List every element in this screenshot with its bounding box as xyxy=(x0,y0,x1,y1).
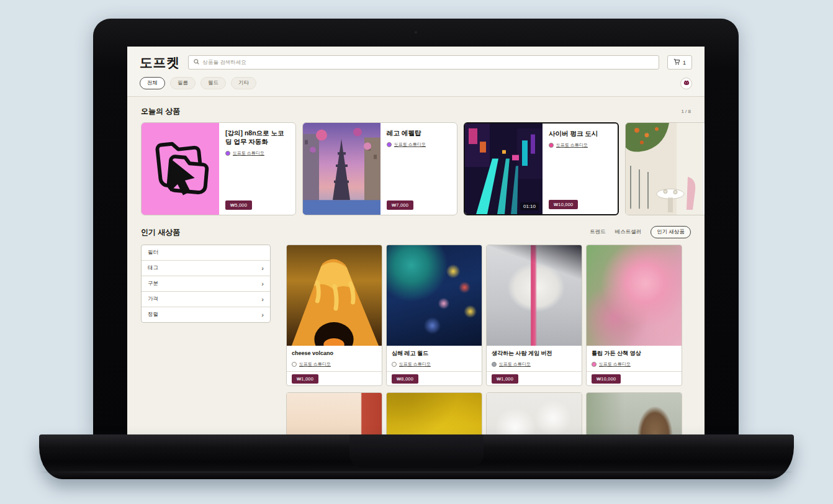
chevron-right-icon xyxy=(261,296,264,303)
cyberpunk-city-render: 01:10 xyxy=(465,124,543,214)
price-badge: ₩5,000 xyxy=(225,200,252,210)
studio-link[interactable]: 도프토 스튜디오 xyxy=(299,361,331,367)
search-icon xyxy=(194,59,199,66)
today-card-n8n-course[interactable]: [강의] n8n으로 노코딩 업무 자동화 도프토 스튜디오 ₩5,000 xyxy=(141,122,296,215)
studio-dot xyxy=(392,362,397,367)
bokeh-photo xyxy=(487,393,582,436)
marketplace-page: 도프켓 상품을 검색하세요 1 xyxy=(127,47,705,436)
studio-link[interactable]: 도프토 스튜디오 xyxy=(499,361,531,367)
webcam-dot xyxy=(415,31,417,34)
user-avatar[interactable] xyxy=(680,78,692,89)
chevron-right-icon xyxy=(261,281,264,287)
chip-all[interactable]: 전체 xyxy=(140,77,165,89)
site-header: 도프켓 상품을 검색하세요 1 xyxy=(127,47,705,97)
popular-section: 인기 새상품 트렌드 베스트셀러 인기 새상품 필터 xyxy=(141,226,691,436)
product-card-partial-3[interactable] xyxy=(486,392,582,436)
product-title: 심해 레고 월드 xyxy=(392,350,477,357)
cheese-volcano-photo xyxy=(287,245,382,346)
product-title: 레고 에펠탑 xyxy=(387,128,451,137)
today-card-lego-eiffel[interactable]: 레고 에펠탑 도프토 스튜디오 ₩7,000 xyxy=(302,122,457,215)
filter-row-type[interactable]: 구분 xyxy=(142,276,270,291)
lemon-photo xyxy=(387,393,482,436)
search-input[interactable]: 상품을 검색하세요 xyxy=(188,55,660,70)
price-badge: ₩8,000 xyxy=(392,374,418,384)
product-card-thinker[interactable]: 생각하는 사람 게임 버전 도프토 스튜디오 ₩1,000 xyxy=(486,245,582,386)
product-title: 사이버 펑크 도시 xyxy=(549,129,612,138)
filter-panel: 필터 태그 구분 xyxy=(141,245,271,323)
popular-tabs: 트렌드 베스트셀러 인기 새상품 xyxy=(590,226,691,238)
laptop-thumb-notch xyxy=(349,434,484,468)
product-title: [강의] n8n으로 노코딩 업무 자동화 xyxy=(225,128,290,146)
laptop-base xyxy=(39,434,794,479)
today-card-cyberpunk-city[interactable]: 01:10 사이버 펑크 도시 도프토 스튜디오 ₩10,000 xyxy=(464,122,619,215)
cart-button[interactable]: 1 xyxy=(667,55,692,70)
chip-world[interactable]: 월드 xyxy=(200,77,226,89)
pink-folder-cursor-graphic xyxy=(142,123,219,215)
filter-row-sort[interactable]: 정렬 xyxy=(142,307,270,322)
filter-header: 필터 xyxy=(142,245,270,260)
today-section-title: 오늘의 상품 xyxy=(141,106,180,117)
product-card-partial-1[interactable] xyxy=(286,392,382,436)
laptop-lid: 도프켓 상품을 검색하세요 1 xyxy=(93,19,739,436)
studio-dot xyxy=(225,151,230,156)
studio-link[interactable]: 도프토 스튜디오 xyxy=(556,142,588,148)
price-badge: ₩10,000 xyxy=(549,200,578,209)
today-carousel: [강의] n8n으로 노코딩 업무 자동화 도프토 스튜디오 ₩5,000 xyxy=(141,122,705,215)
carousel-pagination: 1 / 8 xyxy=(681,109,691,114)
price-badge: ₩1,000 xyxy=(292,374,318,384)
brand-logo[interactable]: 도프켓 xyxy=(140,54,180,71)
studio-dot xyxy=(549,143,554,148)
lego-eiffel-tower-illustration xyxy=(303,123,380,215)
thinker-statue-photo xyxy=(487,245,582,346)
price-badge: ₩7,000 xyxy=(387,200,413,210)
product-title: cheese volcano xyxy=(292,350,377,357)
today-card-terrace-partial[interactable] xyxy=(625,122,705,215)
chevron-right-icon xyxy=(261,265,264,272)
laptop-base-lip xyxy=(39,471,794,473)
studio-link[interactable]: 도프토 스튜디오 xyxy=(399,361,431,367)
studio-dot xyxy=(592,362,597,367)
terrace-garden-photo xyxy=(626,123,703,215)
tab-bestseller[interactable]: 베스트셀러 xyxy=(615,228,642,236)
studio-link[interactable]: 도프토 스튜디오 xyxy=(599,361,631,367)
studio-dot xyxy=(292,362,297,367)
product-card-cheese-volcano[interactable]: cheese volcano 도프토 스튜디오 ₩1,000 xyxy=(286,245,382,386)
chip-film[interactable]: 필름 xyxy=(170,77,196,89)
product-card-tulip-garden[interactable]: 튤립 가든 산책 영상 도프토 스튜디오 ₩10,000 xyxy=(586,245,682,386)
price-badge: ₩10,000 xyxy=(592,374,621,384)
product-title: 튤립 가든 산책 영상 xyxy=(592,350,677,357)
product-grid: cheese volcano 도프토 스튜디오 ₩1,000 xyxy=(286,245,682,436)
tab-popular-new[interactable]: 인기 새상품 xyxy=(651,226,691,238)
cart-icon xyxy=(673,58,680,66)
main-content: 오늘의 상품 1 / 8 xyxy=(127,97,705,436)
tulip-garden-photo xyxy=(587,245,682,346)
studio-link[interactable]: 도프토 스튜디오 xyxy=(394,142,426,148)
video-duration-badge: 01:10 xyxy=(520,202,539,210)
product-title: 생각하는 사람 게임 버전 xyxy=(492,350,577,357)
studio-dot xyxy=(492,362,497,367)
interior-photo xyxy=(287,393,382,436)
product-card-deepsea-lego[interactable]: 심해 레고 월드 도프토 스튜디오 ₩8,000 xyxy=(386,245,482,386)
studio-dot xyxy=(387,142,392,147)
chevron-right-icon xyxy=(261,312,264,318)
squirrel-photo xyxy=(587,393,682,436)
price-badge: ₩1,000 xyxy=(492,374,518,384)
chip-etc[interactable]: 기타 xyxy=(231,77,256,89)
category-chips: 전체 필름 월드 기타 xyxy=(140,71,692,96)
filter-row-tag[interactable]: 태그 xyxy=(142,260,270,276)
laptop-screen: 도프켓 상품을 검색하세요 1 xyxy=(127,47,705,436)
filter-row-price[interactable]: 가격 xyxy=(142,291,270,307)
desktop-background: 도프켓 상품을 검색하세요 1 xyxy=(0,0,833,504)
studio-link[interactable]: 도프토 스튜디오 xyxy=(233,150,264,156)
avatar-logo-icon xyxy=(683,79,690,88)
popular-section-title: 인기 새상품 xyxy=(141,227,180,238)
cart-count: 1 xyxy=(683,60,686,66)
search-placeholder: 상품을 검색하세요 xyxy=(203,59,246,66)
deep-sea-lego-photo xyxy=(387,245,482,346)
product-card-partial-2[interactable] xyxy=(386,392,482,436)
product-card-partial-4[interactable] xyxy=(586,392,682,436)
tab-trend[interactable]: 트렌드 xyxy=(590,228,606,236)
